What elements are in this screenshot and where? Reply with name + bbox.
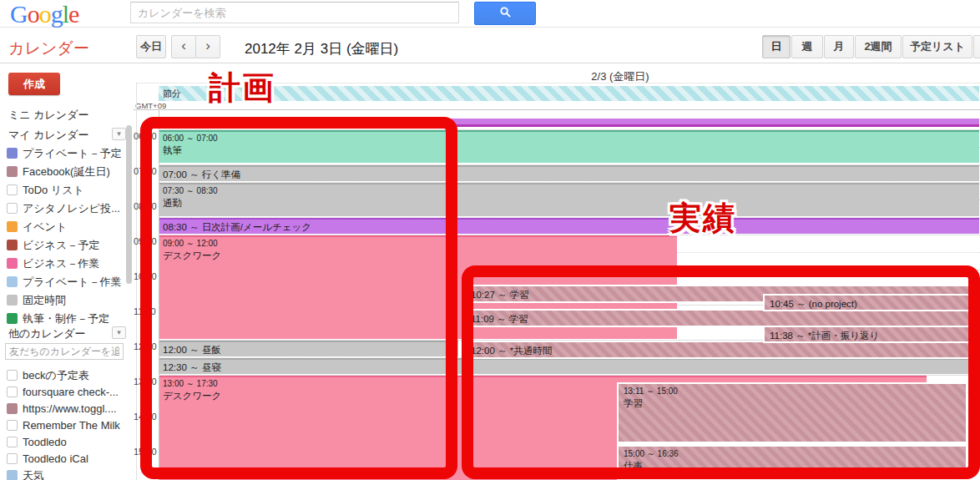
event-title: 執筆 xyxy=(163,144,976,157)
calendar-list-item[interactable]: foursquare check-... xyxy=(7,384,130,400)
hour-label: 13:00 xyxy=(134,376,155,387)
calendar-list-label: ビジネス－作業 xyxy=(23,256,99,271)
calendar-event[interactable] xyxy=(159,119,979,127)
event-time: 15:00 ～ 16:36 xyxy=(624,448,962,459)
other-calendars-dropdown-icon[interactable]: ▾ xyxy=(112,326,126,339)
calendar-event[interactable]: 12:30 ～ 昼寝 xyxy=(159,358,979,374)
logo-letter: G xyxy=(10,0,28,28)
calendar-color-checkbox[interactable] xyxy=(7,470,18,480)
calendar-list-label: Toodledo xyxy=(23,436,67,448)
calendar-list-item[interactable]: Facebook(誕生日) xyxy=(7,164,130,179)
event-title: デスクワーク xyxy=(163,389,614,402)
calendar-color-checkbox[interactable] xyxy=(7,276,18,287)
calendar-list-item[interactable]: Toodledo iCal xyxy=(7,451,130,467)
event-time: 11:09 ～ 学習 xyxy=(471,312,975,326)
logo-letter: o xyxy=(28,0,39,28)
hour-label: 07:00 xyxy=(134,166,155,176)
calendar-event[interactable] xyxy=(617,376,927,382)
calendar-color-checkbox[interactable] xyxy=(7,403,18,414)
calendar-list-item[interactable]: プライベート－作業 xyxy=(7,274,130,290)
calendar-event[interactable]: 13:00 ～ 17:30デスクワーク xyxy=(159,376,617,480)
calendar-list-item[interactable]: プライベート－予定 xyxy=(7,145,130,161)
event-time: 12:00 ～ *共通時間 xyxy=(471,344,975,357)
calendar-list-item[interactable]: イベント xyxy=(7,219,130,235)
calendar-event[interactable]: 10:45 ～ (no project) xyxy=(763,294,980,311)
settings-button-partial[interactable] xyxy=(973,35,980,58)
calendar-color-checkbox[interactable] xyxy=(7,184,18,195)
event-time: 08:30 ～ 日次計画/メールチェック xyxy=(163,220,976,234)
calendar-list-item[interactable]: 執筆・制作－予定 xyxy=(7,311,130,326)
calendar-list-item[interactable]: ビジネス－作業 xyxy=(7,255,130,271)
calendar-event[interactable]: 11:09 ～ 学習 xyxy=(464,309,980,327)
view-button-月[interactable]: 月 xyxy=(824,35,854,58)
my-calendars-dropdown-icon[interactable]: ▾ xyxy=(112,128,126,140)
calendar-list-item[interactable]: ビジネス－予定 xyxy=(7,237,130,253)
calendar-event[interactable]: 08:30 ～ 日次計画/メールチェック xyxy=(159,218,979,234)
event-time: 06:00 ～ 07:00 xyxy=(163,133,976,144)
event-time: 12:00 ～ 昼飯 xyxy=(163,343,455,356)
prev-button[interactable]: ‹ xyxy=(171,35,196,58)
calendar-color-checkbox[interactable] xyxy=(7,240,18,250)
calendar-color-checkbox[interactable] xyxy=(7,420,18,431)
calendar-color-checkbox[interactable] xyxy=(7,166,18,177)
today-button[interactable]: 今日 xyxy=(136,35,166,58)
logo-letter: e xyxy=(68,0,78,28)
search-input[interactable] xyxy=(130,2,459,23)
google-logo[interactable]: Google xyxy=(10,0,78,28)
logo-letter: g xyxy=(51,0,63,28)
calendar-color-checkbox[interactable] xyxy=(7,370,18,381)
hour-label: 08:00 xyxy=(134,201,155,211)
event-title: 仕事 xyxy=(624,459,962,472)
calendar-list-label: ビジネス－予定 xyxy=(23,238,99,253)
calendar-event[interactable]: 11:38 ～ *計画・振り返り xyxy=(763,326,980,343)
view-button-日[interactable]: 日 xyxy=(762,35,791,58)
calendar-color-checkbox[interactable] xyxy=(7,221,18,232)
event-time: 10:45 ～ (no project) xyxy=(770,297,975,311)
calendar-color-checkbox[interactable] xyxy=(7,258,18,269)
hour-label: 12:00 xyxy=(134,341,155,351)
add-friend-calendar-input[interactable] xyxy=(5,343,124,360)
calendar-event[interactable]: 06:00 ～ 07:00執筆 xyxy=(159,130,979,163)
calendar-color-checkbox[interactable] xyxy=(7,387,18,397)
calendar-event[interactable]: 07:00 ～ 行く準備 xyxy=(159,165,979,181)
calendar-list-label: foursquare check-... xyxy=(23,386,119,398)
my-calendars-header[interactable]: マイ カレンダー xyxy=(8,128,88,143)
calendar-list-item[interactable]: 固定時間 xyxy=(7,292,130,308)
view-button-予定リスト[interactable]: 予定リスト xyxy=(902,35,972,58)
calendar-color-checkbox[interactable] xyxy=(7,203,18,214)
calendar-color-checkbox[interactable] xyxy=(7,148,18,159)
view-button-週[interactable]: 週 xyxy=(791,35,823,58)
calendar-list-label: Toodledo iCal xyxy=(23,452,88,465)
calendar-color-checkbox[interactable] xyxy=(7,295,18,306)
hour-label: 09:00 xyxy=(134,236,155,246)
other-calendars-header[interactable]: 他のカレンダー xyxy=(8,326,86,341)
calendar-color-checkbox[interactable] xyxy=(7,437,18,447)
calendar-event[interactable]: 13:11 ～ 15:00学習 xyxy=(617,382,967,443)
calendar-list-item[interactable]: ToDo リスト xyxy=(7,182,130,198)
create-button[interactable]: 作成 xyxy=(8,73,60,95)
calendar-list-item[interactable]: beckの予定表 xyxy=(7,367,130,383)
calendar-list-item[interactable]: https://www.toggl.... xyxy=(7,401,130,417)
allday-event[interactable]: 節分 xyxy=(159,86,979,101)
event-title: 通勤 xyxy=(163,196,976,210)
search-button[interactable] xyxy=(474,2,536,25)
calendar-list-item[interactable]: アシタノレシピ投... xyxy=(7,200,130,216)
calendar-color-checkbox[interactable] xyxy=(7,453,18,464)
calendar-event[interactable]: 07:30 ～ 08:30通勤 xyxy=(159,183,979,216)
event-time: 13:11 ～ 15:00 xyxy=(624,386,962,397)
calendar-list-label: 固定時間 xyxy=(23,293,66,308)
calendar-event[interactable]: 15:00 ～ 16:36仕事 xyxy=(617,445,967,480)
event-time: 07:30 ～ 08:30 xyxy=(163,185,976,196)
calendar-list-item[interactable]: 天気 xyxy=(7,467,130,480)
next-button[interactable]: › xyxy=(195,35,220,58)
hour-label: 10:00 xyxy=(134,271,155,281)
view-button-2週間[interactable]: 2週間 xyxy=(855,35,902,58)
calendar-list-item[interactable]: Remember The Milk xyxy=(7,417,130,433)
calendar-color-checkbox[interactable] xyxy=(7,313,18,324)
hour-label: 14:00 xyxy=(134,412,155,422)
logo-letter: o xyxy=(39,0,51,28)
calendar-list-item[interactable]: Toodledo xyxy=(7,434,130,450)
mini-calendar-header[interactable]: ミニ カレンダー xyxy=(8,108,88,123)
calendar-event[interactable]: 12:00 ～ *共通時間 xyxy=(464,341,980,359)
calendar-event[interactable]: 12:00 ～ 昼飯 xyxy=(159,341,458,356)
